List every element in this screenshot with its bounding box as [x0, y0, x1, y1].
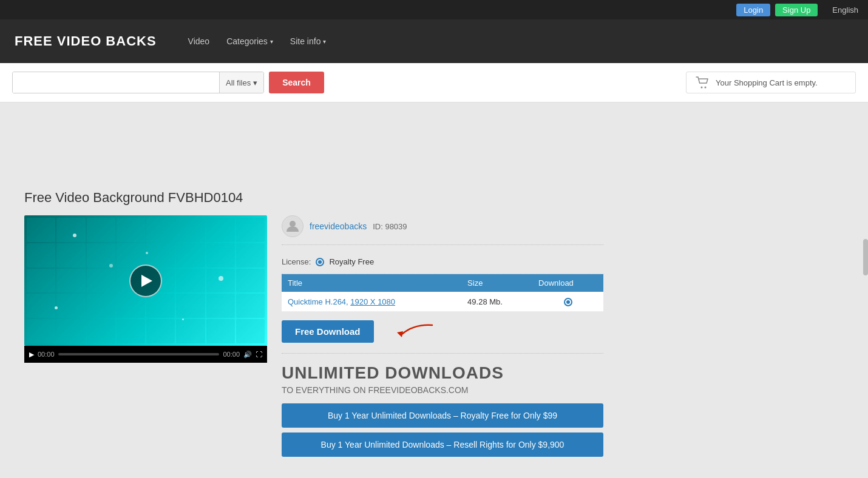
col-title: Title: [282, 274, 461, 292]
radio-selected-dot: [566, 300, 570, 304]
author-row: freevideobacks ID: 98039: [282, 215, 603, 245]
upsell-subtitle: TO EVERYTHING ON FREEVIDEOBACKS.COM: [282, 385, 603, 395]
shopping-cart-area: Your Shopping Cart is empty.: [686, 72, 856, 93]
search-filter-dropdown[interactable]: All files ▾: [219, 72, 263, 93]
fullscreen-button[interactable]: ⛶: [256, 351, 262, 358]
file-download-radio-cell: [532, 292, 603, 312]
total-time: 00:00: [223, 351, 240, 358]
details-panel: freevideobacks ID: 98039 License: Royalt…: [282, 215, 603, 462]
current-time: 00:00: [38, 351, 55, 358]
license-label: License:: [282, 257, 311, 266]
video-player: ▶ 00:00 00:00 🔊 ⛶: [24, 215, 267, 363]
filter-label: All files: [226, 78, 251, 87]
ad-banner-area: [0, 103, 868, 175]
video-thumbnail: [24, 215, 267, 346]
nav-item-categories[interactable]: Categories ▾: [219, 33, 280, 50]
page-title: Free Video Background FVBHD0104: [24, 190, 844, 206]
siteinfo-dropdown-icon: ▾: [323, 38, 326, 45]
nav-item-siteinfo[interactable]: Site info ▾: [283, 33, 334, 50]
site-header: FREE VIDEO BACKS Video Categories ▾ Site…: [0, 19, 868, 63]
license-radio[interactable]: [316, 258, 324, 266]
login-button[interactable]: Login: [736, 4, 770, 16]
top-bar: Login Sign Up English: [0, 0, 868, 19]
main-nav: Video Categories ▾ Site info ▾: [181, 33, 334, 50]
upsell-btn-2[interactable]: Buy 1 Year Unlimited Downloads – Resell …: [282, 433, 603, 457]
svg-point-2: [290, 221, 296, 227]
play-circle[interactable]: [129, 264, 162, 297]
search-button[interactable]: Search: [269, 72, 324, 93]
volume-button[interactable]: 🔊: [243, 351, 252, 358]
upsell-btn-1[interactable]: Buy 1 Year Unlimited Downloads – Royalty…: [282, 403, 603, 428]
table-row: Quicktime H.264, 1920 X 1080 49.28 Mb.: [282, 292, 603, 312]
svg-point-1: [705, 87, 707, 89]
free-download-row: Free Download: [282, 319, 603, 343]
file-title-link[interactable]: Quicktime H.264, 1920 X 1080: [288, 297, 395, 306]
content-row: ▶ 00:00 00:00 🔊 ⛶ freevideobacks ID: 9: [24, 215, 844, 462]
categories-dropdown-icon: ▾: [270, 38, 273, 45]
search-section: All files ▾ Search Your Shopping Cart is…: [0, 63, 868, 103]
cart-status-text: Your Shopping Cart is empty.: [716, 78, 818, 87]
col-download: Download: [532, 274, 603, 292]
file-resolution: 1920 X 1080: [350, 297, 395, 306]
annotation-arrow: [384, 319, 438, 343]
video-controls: ▶ 00:00 00:00 🔊 ⛶: [24, 346, 267, 363]
language-label: English: [832, 5, 858, 15]
svg-point-0: [701, 87, 703, 89]
upsell-section: UNLIMITED DOWNLOADS TO EVERYTHING ON FRE…: [282, 353, 603, 457]
file-download-radio[interactable]: [564, 298, 572, 306]
main-content: Free Video Background FVBHD0104: [0, 175, 868, 478]
file-size-cell: 49.28 Mb.: [461, 292, 532, 312]
nav-item-video[interactable]: Video: [181, 33, 217, 50]
cart-icon: [695, 76, 711, 89]
filter-arrow-icon: ▾: [253, 78, 257, 87]
author-avatar: [282, 215, 303, 237]
item-id: ID: 98039: [373, 222, 407, 231]
file-title-cell: Quicktime H.264, 1920 X 1080: [282, 292, 461, 312]
col-size: Size: [461, 274, 532, 292]
play-pause-button[interactable]: ▶: [29, 351, 34, 358]
upsell-title: UNLIMITED DOWNLOADS: [282, 363, 603, 383]
license-row: License: Royalty Free: [282, 252, 603, 274]
play-button-overlay[interactable]: [24, 215, 267, 346]
search-input[interactable]: [13, 72, 219, 93]
search-input-wrapper: All files ▾: [12, 72, 264, 93]
svg-marker-3: [397, 331, 403, 337]
radio-inner: [318, 260, 322, 264]
download-table: Title Size Download Quicktime H.264, 192…: [282, 274, 603, 312]
free-download-button[interactable]: Free Download: [282, 320, 374, 343]
progress-bar[interactable]: [58, 353, 220, 355]
scrollbar[interactable]: [863, 239, 868, 275]
signup-button[interactable]: Sign Up: [775, 4, 818, 16]
site-logo[interactable]: FREE VIDEO BACKS: [15, 33, 157, 49]
author-name[interactable]: freevideobacks: [310, 221, 367, 231]
license-type: Royalty Free: [329, 257, 374, 266]
play-icon: [141, 275, 152, 287]
